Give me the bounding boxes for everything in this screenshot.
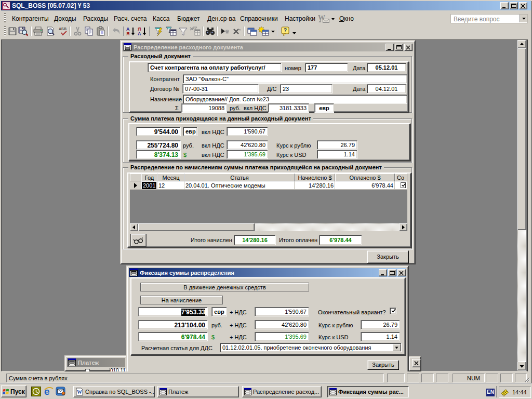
svg-text:Я: Я	[126, 31, 129, 36]
svg-text:W: W	[77, 389, 82, 395]
svg-text:А: А	[138, 31, 141, 36]
svg-text:АБВ: АБВ	[59, 27, 66, 31]
svg-text:?: ?	[284, 28, 287, 33]
